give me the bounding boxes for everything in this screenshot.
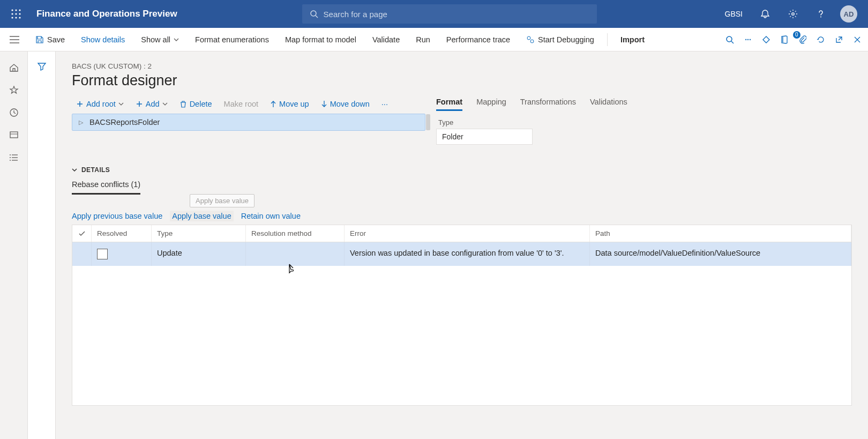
apply-base-value-link[interactable]: Apply base value xyxy=(170,211,233,221)
map-format-to-model-button[interactable]: Map format to model xyxy=(280,32,362,47)
cmd-search-icon[interactable] xyxy=(723,33,736,46)
cell-resolved[interactable] xyxy=(92,242,152,266)
workspace-icon[interactable] xyxy=(8,129,20,142)
expand-caret-icon[interactable]: ▷ xyxy=(79,119,83,126)
recent-clock-icon[interactable] xyxy=(8,106,20,119)
show-all-dropdown[interactable]: Show all xyxy=(136,32,184,47)
office-icon[interactable] xyxy=(778,33,791,46)
user-avatar[interactable]: AD xyxy=(840,5,857,23)
plus-icon xyxy=(136,100,143,108)
format-tree-panel: Add root Add Delete Make root xyxy=(72,98,425,145)
make-root-button: Make root xyxy=(220,98,263,110)
chevron-down-icon xyxy=(118,102,124,106)
svg-line-19 xyxy=(731,41,734,43)
save-icon xyxy=(35,35,44,44)
main-content: BACS (UK CUSTOM) : 2 Format designer Add… xyxy=(56,51,868,439)
run-button[interactable]: Run xyxy=(410,32,436,47)
breadcrumb: BACS (UK CUSTOM) : 2 xyxy=(72,62,852,70)
arrow-down-icon xyxy=(321,100,327,108)
grid-header-row: Resolved Type Resolution method Error Pa… xyxy=(72,225,851,242)
col-error[interactable]: Error xyxy=(345,225,590,242)
details-toggle[interactable]: DETAILS xyxy=(72,166,852,174)
delete-button[interactable]: Delete xyxy=(175,98,216,110)
conflicts-grid: Resolved Type Resolution method Error Pa… xyxy=(72,225,852,406)
global-search-input[interactable]: Search for a page xyxy=(302,4,597,24)
col-type[interactable]: Type xyxy=(152,225,246,242)
notifications-icon[interactable] xyxy=(757,5,774,23)
property-type-value[interactable]: Folder xyxy=(436,129,533,145)
svg-point-28 xyxy=(10,154,11,155)
home-icon[interactable] xyxy=(8,61,20,74)
left-nav-rail xyxy=(0,51,28,439)
import-button[interactable]: Import xyxy=(615,32,650,47)
help-icon[interactable] xyxy=(812,5,829,23)
company-selector[interactable]: GBSI xyxy=(722,10,746,18)
overflow-menu-icon[interactable]: ··· xyxy=(742,33,754,46)
row-selector[interactable] xyxy=(72,242,92,266)
refresh-icon[interactable] xyxy=(814,33,827,46)
search-icon xyxy=(310,10,318,18)
svg-point-16 xyxy=(527,36,530,40)
close-icon[interactable] xyxy=(851,33,864,46)
diamond-icon[interactable] xyxy=(760,33,773,46)
performance-trace-button[interactable]: Performance trace xyxy=(441,32,515,47)
svg-point-11 xyxy=(792,13,794,15)
move-up-button[interactable]: Move up xyxy=(266,98,313,110)
svg-line-10 xyxy=(316,16,318,18)
grid-empty-area xyxy=(72,266,851,405)
properties-panel: Format Mapping Transformations Validatio… xyxy=(436,98,852,145)
svg-point-18 xyxy=(727,36,732,42)
select-all-header[interactable] xyxy=(72,225,92,242)
popout-icon[interactable] xyxy=(833,33,845,46)
cell-resolution xyxy=(246,242,345,266)
retain-own-value-link[interactable]: Retain own value xyxy=(241,212,301,220)
property-type-label: Type xyxy=(438,118,852,127)
page-title: Format designer xyxy=(72,72,852,89)
cell-error: Version was updated in base configuratio… xyxy=(345,242,590,266)
save-button[interactable]: Save xyxy=(30,32,70,47)
tab-format[interactable]: Format xyxy=(436,98,462,111)
app-launcher-icon[interactable] xyxy=(9,6,24,21)
command-bar: Save Show details Show all Format enumer… xyxy=(0,28,868,51)
chevron-down-icon xyxy=(162,102,168,106)
divider xyxy=(607,33,608,46)
cell-type: Update xyxy=(152,242,246,266)
filter-funnel-icon[interactable] xyxy=(35,60,48,73)
favorites-star-icon[interactable] xyxy=(8,84,20,96)
add-button[interactable]: Add xyxy=(131,98,172,110)
rebase-conflicts-tab[interactable]: Rebase conflicts (1) xyxy=(72,180,140,195)
start-debugging-button[interactable]: Start Debugging xyxy=(521,32,600,47)
settings-gear-icon[interactable] xyxy=(784,5,802,23)
caret-down-icon xyxy=(72,167,77,173)
svg-point-6 xyxy=(11,17,13,18)
apply-previous-base-value-link[interactable]: Apply previous base value xyxy=(72,212,162,220)
resolved-checkbox[interactable] xyxy=(97,249,108,259)
show-details-button[interactable]: Show details xyxy=(76,32,130,47)
splitter-handle[interactable] xyxy=(426,114,430,130)
search-placeholder: Search for a page xyxy=(324,10,387,19)
tab-mapping[interactable]: Mapping xyxy=(476,98,506,111)
col-resolved[interactable]: Resolved xyxy=(92,225,152,242)
move-down-button[interactable]: Move down xyxy=(317,98,374,110)
col-path[interactable]: Path xyxy=(590,225,851,242)
svg-point-9 xyxy=(311,11,316,16)
modules-list-icon[interactable] xyxy=(8,151,20,164)
attachments-badge: 0 xyxy=(793,31,800,39)
validate-button[interactable]: Validate xyxy=(367,32,405,47)
add-root-button[interactable]: Add root xyxy=(72,98,128,110)
svg-point-12 xyxy=(820,17,821,18)
svg-point-5 xyxy=(19,13,20,14)
check-icon xyxy=(78,231,86,236)
attachments-icon[interactable]: 0 xyxy=(796,33,809,46)
tab-validations[interactable]: Validations xyxy=(590,98,627,111)
top-right-controls: GBSI AD xyxy=(722,5,857,23)
grid-row[interactable]: Update Version was updated in base confi… xyxy=(72,242,851,266)
svg-point-30 xyxy=(10,160,11,161)
tree-node-root[interactable]: ▷ BACSReportsFolder xyxy=(72,114,425,131)
top-nav-bar: Finance and Operations Preview Search fo… xyxy=(0,0,868,28)
col-resolution[interactable]: Resolution method xyxy=(246,225,345,242)
tab-transformations[interactable]: Transformations xyxy=(520,98,576,111)
tree-overflow-icon[interactable]: ··· xyxy=(377,98,392,110)
format-enumerations-button[interactable]: Format enumerations xyxy=(190,32,274,47)
hamburger-menu-icon[interactable] xyxy=(4,36,25,43)
